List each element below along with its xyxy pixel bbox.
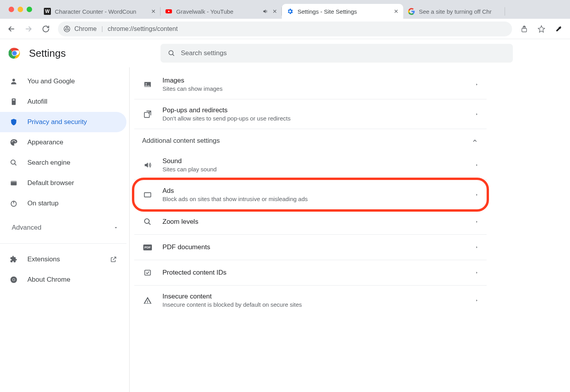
forward-button[interactable] — [21, 22, 36, 36]
advanced-label: Advanced — [12, 224, 41, 232]
chevron-right-icon — [475, 298, 479, 303]
settings-page: Settings Search settings You and Google … — [0, 39, 570, 392]
setting-row-pdf[interactable]: PDF PDF documents — [134, 235, 487, 260]
setting-row-zoom[interactable]: Zoom levels — [134, 209, 487, 235]
tab-label: Character Counter - WordCoun — [55, 8, 147, 15]
tab-label: See a site by turning off Chr — [419, 8, 500, 15]
setting-row-protected-content[interactable]: Protected content IDs — [134, 260, 487, 286]
share-button[interactable] — [517, 22, 532, 36]
search-icon — [9, 158, 18, 167]
sidebar-item-you-and-google[interactable]: You and Google — [0, 71, 126, 92]
search-settings-input[interactable]: Search settings — [161, 44, 513, 63]
setting-row-sound[interactable]: Sound Sites can play sound — [134, 150, 487, 180]
page-title: Settings — [29, 47, 66, 59]
tab-youtube[interactable]: Gravelwalk - YouTube ✕ — [161, 4, 282, 19]
warning-icon — [142, 295, 153, 306]
settings-sidebar: You and Google Autofill Privacy and secu… — [0, 67, 129, 392]
tab-character-counter[interactable]: W Character Counter - WordCoun ✕ — [39, 4, 161, 19]
sidebar-item-default-browser[interactable]: Default browser — [0, 173, 126, 193]
close-window-button[interactable] — [9, 7, 14, 12]
setting-title: Ads — [162, 187, 465, 195]
address-bar[interactable]: Chrome | chrome://settings/content — [58, 22, 512, 36]
tab-label: Settings - Site Settings — [298, 8, 390, 15]
back-button[interactable] — [4, 22, 19, 36]
eyedropper-button[interactable] — [551, 22, 566, 36]
sidebar-item-label: Extensions — [27, 255, 101, 263]
svg-point-27 — [144, 219, 149, 223]
svg-point-24 — [146, 83, 147, 84]
svg-point-15 — [15, 141, 16, 142]
svg-rect-26 — [144, 192, 151, 197]
svg-point-13 — [13, 140, 14, 141]
svg-point-22 — [13, 279, 15, 281]
chevron-right-icon — [475, 219, 479, 225]
favicon-google — [408, 8, 415, 15]
sidebar-item-label: About Chrome — [27, 276, 70, 284]
sidebar-advanced-toggle[interactable]: Advanced — [0, 218, 129, 238]
close-tab-icon[interactable]: ✕ — [394, 8, 399, 14]
settings-content-area: Images Sites can show images Pop-ups and… — [129, 67, 570, 392]
bookmark-button[interactable] — [534, 22, 549, 36]
ads-icon — [142, 189, 153, 200]
url-separator: | — [101, 25, 103, 32]
shield-icon — [9, 118, 18, 126]
mute-icon[interactable] — [262, 8, 269, 14]
sidebar-item-on-startup[interactable]: On startup — [0, 193, 126, 214]
setting-title: Insecure content — [162, 293, 465, 300]
sidebar-item-privacy-security[interactable]: Privacy and security — [0, 112, 126, 132]
section-header-additional[interactable]: Additional content settings — [134, 129, 487, 150]
setting-subtitle: Insecure content is blocked by default o… — [162, 301, 465, 308]
setting-row-insecure-content[interactable]: Insecure content Insecure content is blo… — [134, 286, 487, 315]
chevron-right-icon — [475, 270, 479, 275]
favicon-youtube — [165, 8, 172, 15]
pdf-icon: PDF — [142, 242, 153, 253]
sidebar-item-label: Default browser — [27, 179, 74, 187]
sidebar-item-search-engine[interactable]: Search engine — [0, 153, 126, 173]
chevron-right-icon — [475, 245, 479, 250]
setting-row-images[interactable]: Images Sites can show images — [134, 70, 487, 99]
chevron-right-icon — [475, 192, 479, 198]
sidebar-item-autofill[interactable]: Autofill — [0, 92, 126, 112]
fullscreen-window-button[interactable] — [27, 7, 32, 12]
tab-google-search[interactable]: See a site by turning off Chr — [403, 4, 505, 19]
svg-point-12 — [12, 141, 13, 142]
close-tab-icon[interactable]: ✕ — [151, 8, 156, 14]
svg-rect-28 — [145, 270, 151, 275]
chevron-right-icon — [475, 82, 479, 87]
sidebar-item-label: Autofill — [27, 98, 47, 106]
power-icon — [9, 199, 18, 208]
favicon-wordcounter: W — [44, 8, 51, 15]
chrome-grey-icon — [9, 275, 18, 284]
autofill-icon — [9, 97, 18, 106]
chevron-up-icon — [472, 138, 478, 144]
svg-point-9 — [13, 79, 15, 81]
tab-settings[interactable]: Settings - Site Settings ✕ — [282, 4, 403, 19]
chevron-right-icon — [475, 162, 479, 168]
sidebar-item-appearance[interactable]: Appearance — [0, 132, 126, 153]
reload-button[interactable] — [38, 22, 53, 36]
browser-icon — [9, 179, 18, 187]
sidebar-item-label: Appearance — [27, 138, 63, 146]
sound-icon — [142, 160, 153, 171]
puzzle-icon — [9, 255, 18, 264]
zoom-icon — [142, 216, 153, 227]
section-label: Additional content settings — [142, 137, 220, 145]
minimize-window-button[interactable] — [18, 7, 23, 12]
url-prefix: Chrome — [74, 25, 97, 32]
setting-row-ads[interactable]: Ads Block ads on sites that show intrusi… — [134, 180, 487, 209]
popup-icon — [142, 109, 153, 120]
close-tab-icon[interactable]: ✕ — [272, 8, 277, 14]
setting-row-popups[interactable]: Pop-ups and redirects Don't allow sites … — [134, 99, 487, 129]
setting-title: Pop-ups and redirects — [162, 106, 465, 114]
sidebar-item-label: On startup — [27, 200, 58, 207]
svg-rect-3 — [522, 28, 527, 32]
setting-title: Images — [162, 77, 465, 85]
chrome-icon — [63, 25, 70, 32]
palette-icon — [9, 138, 18, 147]
sidebar-item-about-chrome[interactable]: About Chrome — [0, 270, 126, 290]
svg-point-16 — [11, 160, 15, 164]
svg-point-2 — [66, 28, 68, 30]
window-controls — [4, 0, 39, 19]
svg-rect-11 — [13, 99, 15, 100]
sidebar-item-extensions[interactable]: Extensions — [0, 249, 126, 270]
